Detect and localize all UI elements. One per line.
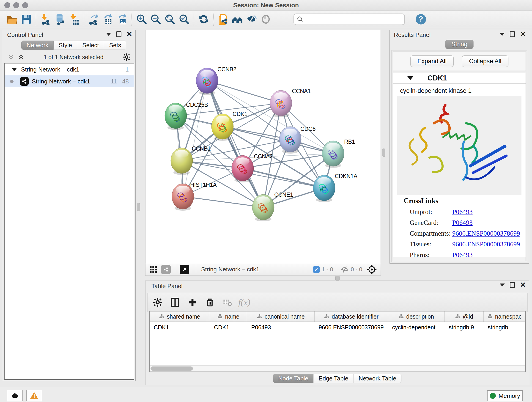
birds-eye-navigator-icon[interactable] [367, 264, 377, 274]
column-header-@id[interactable]: @id [445, 312, 484, 322]
node-label-CDK1: CDK1 [233, 111, 247, 117]
network-node-CDC25B[interactable]: CDC25B [165, 102, 208, 130]
network-options-gear-icon[interactable] [123, 53, 131, 61]
help-button[interactable]: ? [414, 13, 427, 26]
export-network-button[interactable] [87, 13, 100, 26]
tab-edge-table[interactable]: Edge Table [314, 374, 354, 383]
network-badge-icon[interactable] [161, 265, 171, 274]
import-table-button[interactable] [68, 13, 81, 26]
left-splitter-handle[interactable] [137, 203, 140, 211]
column-header-canonical-name[interactable]: canonical name [247, 312, 315, 322]
network-edge-HIST1H1A-CCNE1[interactable] [183, 196, 263, 207]
open-session-button[interactable] [6, 13, 19, 26]
network-edge-CCNB2-CCNA1[interactable] [207, 81, 281, 103]
tab-string[interactable]: String [445, 40, 474, 49]
network-node-RB1[interactable]: RB1 [322, 138, 355, 168]
control-panel-menu-button[interactable] [106, 33, 111, 36]
gear-icon [152, 297, 163, 307]
table-panel-float-button[interactable] [510, 282, 515, 288]
duplicate-network-button[interactable] [217, 13, 230, 26]
gene-card-header[interactable]: CDK1 [393, 73, 526, 84]
open-folder-icon [6, 13, 18, 25]
open-in-window-button[interactable] [180, 265, 189, 274]
create-column-button[interactable] [185, 295, 200, 310]
crosslink-link[interactable]: P06493 [452, 208, 473, 216]
network-canvas[interactable]: CCNB2CCNA1CDC25BCDK1CDC6RB1CCNB1CCNA2CDK… [145, 30, 381, 263]
hide-selected-button[interactable] [245, 13, 258, 26]
network-row-selected[interactable]: String Network – cdk1 11 48 [5, 75, 134, 87]
results-panel-float-button[interactable] [510, 32, 515, 37]
results-panel-menu-button[interactable] [500, 33, 505, 36]
tab-select[interactable]: Select [77, 41, 104, 50]
control-panel-close-button[interactable]: ✕ [127, 31, 132, 38]
memory-button[interactable]: Memory [487, 390, 523, 401]
table-cell[interactable]: stringdb:9... [445, 322, 484, 332]
network-node-CDKN1A[interactable]: CDKN1A [313, 173, 357, 202]
network-collection-row[interactable]: String Network – cdk1 1 [5, 64, 134, 75]
table-horizontal-scrollbar[interactable] [151, 366, 193, 370]
tab-network[interactable]: Network [21, 41, 54, 50]
table-cell[interactable]: P06493 [247, 322, 315, 332]
column-header-shared-name[interactable]: shared name [150, 312, 210, 322]
table-cell[interactable]: 9606.ENSP00000378699 [315, 322, 388, 332]
control-panel-float-button[interactable] [116, 32, 121, 37]
search-input[interactable] [305, 16, 404, 23]
tab-style[interactable]: Style [54, 41, 77, 50]
table-cell[interactable]: CDK1 [210, 322, 247, 332]
table-row[interactable]: CDK1CDK1P064939606.ENSP00000378699cyclin… [150, 322, 525, 332]
network-node-CCNE1[interactable]: CCNE1 [252, 191, 293, 221]
table-mode-button[interactable] [150, 295, 165, 310]
table-cell[interactable]: stringdb [484, 322, 525, 332]
network-node-HIST1H1A[interactable]: HIST1H1A [172, 182, 217, 211]
tab-node-table[interactable]: Node Table [273, 374, 314, 383]
collapse-all-icon[interactable] [7, 54, 14, 61]
crosslink-link[interactable]: P06493 [452, 219, 473, 226]
show-all-button[interactable] [259, 13, 272, 26]
first-neighbors-button[interactable] [231, 13, 244, 26]
export-table-button[interactable] [101, 13, 114, 26]
column-header-name[interactable]: name [210, 312, 247, 322]
table-scrollbar-track[interactable] [150, 365, 525, 371]
network-selection-status: 1 of 1 Network selected [25, 54, 123, 61]
network-graph[interactable]: CCNB2CCNA1CDC25BCDK1CDC6RB1CCNB1CCNA2CDK… [146, 30, 380, 263]
cloud-button[interactable] [7, 390, 23, 401]
tab-network-table[interactable]: Network Table [354, 374, 401, 383]
tab-sets[interactable]: Sets [104, 41, 126, 50]
zoom-out-button[interactable] [149, 13, 162, 26]
crosslink-link[interactable]: 9606.ENSP00000378699 [452, 230, 520, 237]
expand-all-icon[interactable] [18, 54, 25, 61]
column-header-description[interactable]: description [388, 312, 445, 322]
import-network-from-database-button[interactable] [54, 13, 66, 26]
table-cell[interactable]: cyclin-dependent ... [388, 322, 444, 332]
column-header-database-identifier[interactable]: database identifier [315, 312, 388, 322]
delete-columns-button[interactable] [203, 295, 217, 310]
network-edge-CCNB2-CCNE1[interactable] [207, 81, 263, 207]
save-session-button[interactable] [20, 13, 33, 26]
table-cell[interactable]: CDK1 [150, 322, 210, 332]
collapse-all-button[interactable]: Collapse All [462, 56, 508, 67]
show-columns-button[interactable] [168, 295, 182, 310]
network-node-CCNB1[interactable]: CCNB1 [171, 145, 210, 175]
column-header-namespac[interactable]: namespac [484, 312, 525, 322]
warnings-button[interactable] [26, 390, 42, 401]
zoom-fit-button[interactable] [164, 13, 177, 26]
import-network-file-button[interactable] [39, 13, 52, 26]
export-image-button[interactable] [116, 13, 128, 26]
network-node-CCNA1[interactable]: CCNA1 [270, 88, 311, 117]
crosslink-link[interactable]: 9606.ENSP00000378699 [452, 240, 520, 248]
zoom-in-button[interactable] [135, 13, 148, 26]
network-node-CCNB2[interactable]: CCNB2 [196, 66, 236, 95]
expand-all-button[interactable]: Expand All [410, 56, 454, 67]
apply-layout-button[interactable] [197, 13, 210, 26]
table-panel-close-button[interactable]: ✕ [520, 281, 526, 288]
results-panel-close-button[interactable]: ✕ [520, 31, 526, 38]
right-splitter-handle[interactable] [382, 148, 385, 157]
selected-nodes-checkbox[interactable]: ✓ [313, 266, 320, 273]
gene-collapse-icon[interactable] [407, 76, 413, 80]
grid-view-icon[interactable] [149, 265, 157, 274]
zoom-selected-button[interactable] [178, 13, 191, 26]
table-panel-menu-button[interactable] [500, 283, 505, 287]
network-edge-CCNB2-HIST1H1A[interactable] [183, 81, 207, 196]
hidden-eye-slash-icon[interactable] [340, 265, 349, 274]
collection-expand-icon[interactable] [12, 68, 17, 71]
